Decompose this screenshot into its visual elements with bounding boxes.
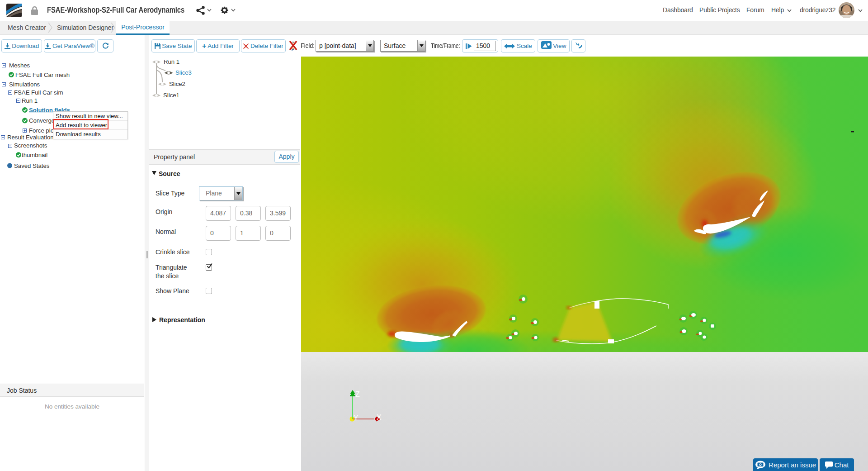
svg-text:Z: Z (355, 390, 360, 398)
svg-text:X: X (377, 414, 382, 421)
svg-text:Y: Y (354, 414, 359, 422)
